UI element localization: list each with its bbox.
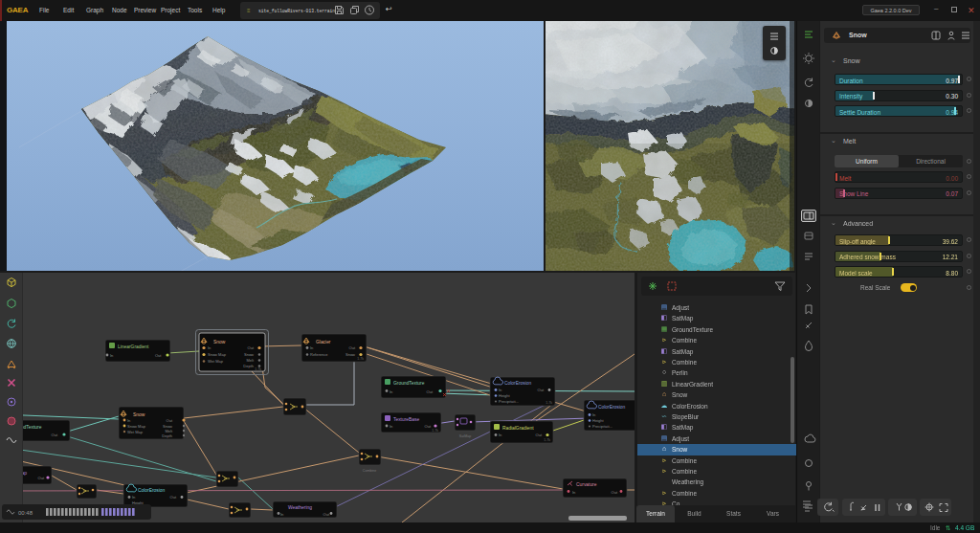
svg-text:Out: Out — [538, 388, 545, 392]
svg-text:1.7k: 1.7k — [255, 367, 261, 371]
svg-text:Out: Out — [425, 424, 432, 429]
svg-text:Out: Out — [536, 433, 543, 437]
svg-text:LinearGradient: LinearGradient — [118, 344, 149, 349]
svg-text:Wet Map: Wet Map — [127, 430, 144, 434]
svg-text:ColorErosion: ColorErosion — [138, 488, 166, 493]
svg-text:Snow: Snow — [213, 340, 226, 344]
svg-text:In: In — [280, 512, 283, 517]
svg-text:Out: Out — [349, 345, 356, 350]
svg-text:In: In — [499, 388, 501, 392]
svg-text:SatMap: SatMap — [459, 434, 471, 438]
svg-text:In: In — [110, 353, 113, 358]
svg-text:Depth: Depth — [243, 364, 254, 368]
svg-text:Reference: Reference — [310, 352, 328, 357]
svg-text:Combine: Combine — [363, 469, 376, 473]
svg-text:Snow Map: Snow Map — [208, 352, 227, 357]
svg-text:In: In — [390, 389, 392, 394]
svg-text:RadialGradient: RadialGradient — [502, 426, 534, 431]
svg-text:Out: Out — [323, 512, 330, 517]
svg-text:Precipitati...: Precipitati... — [499, 399, 519, 404]
svg-text:Height: Height — [499, 393, 510, 398]
svg-text:In: In — [572, 490, 575, 495]
svg-text:In: In — [132, 495, 135, 500]
svg-text:Depth: Depth — [162, 433, 172, 438]
svg-text:Precipitati...: Precipitati... — [592, 424, 612, 429]
svg-text:In: In — [127, 418, 130, 423]
svg-text:Out: Out — [248, 345, 255, 350]
svg-text:Out: Out — [38, 476, 45, 480]
svg-text:Snow Map: Snow Map — [127, 424, 146, 429]
svg-text:Height: Height — [592, 418, 604, 423]
svg-text:ColorErosion: ColorErosion — [504, 381, 532, 386]
svg-text:In: In — [310, 345, 313, 350]
svg-text:Out: Out — [155, 353, 162, 358]
svg-text:Melt: Melt — [246, 358, 254, 363]
svg-text:1.7k: 1.7k — [544, 438, 550, 442]
svg-text:Out: Out — [52, 433, 58, 437]
svg-text:ColorErosion: ColorErosion — [598, 405, 626, 410]
svg-text:TextureBase: TextureBase — [393, 417, 419, 422]
svg-text:In: In — [592, 412, 595, 417]
svg-text:Curvature: Curvature — [576, 482, 597, 487]
svg-text:Snow: Snow — [345, 352, 355, 357]
svg-text:GroundTexture: GroundTexture — [393, 381, 425, 386]
svg-text:1.7k: 1.7k — [432, 429, 438, 433]
svg-text:In: In — [499, 433, 501, 437]
svg-text:In: In — [390, 424, 392, 429]
svg-text:In: In — [208, 345, 211, 350]
svg-text:00:48: 00:48 — [18, 510, 33, 516]
svg-text:Glacier: Glacier — [316, 340, 331, 344]
svg-text:1.7k: 1.7k — [357, 357, 364, 361]
svg-text:1.7k: 1.7k — [546, 401, 552, 405]
svg-text:Out: Out — [427, 389, 434, 394]
svg-text:Snow: Snow — [244, 352, 254, 357]
svg-text:Out: Out — [170, 495, 177, 500]
svg-text:Snow: Snow — [133, 412, 145, 417]
svg-text:Weathering: Weathering — [288, 505, 312, 510]
svg-text:Out: Out — [612, 490, 618, 495]
svg-text:Out: Out — [167, 418, 173, 423]
svg-text:Wet Map: Wet Map — [208, 359, 224, 364]
